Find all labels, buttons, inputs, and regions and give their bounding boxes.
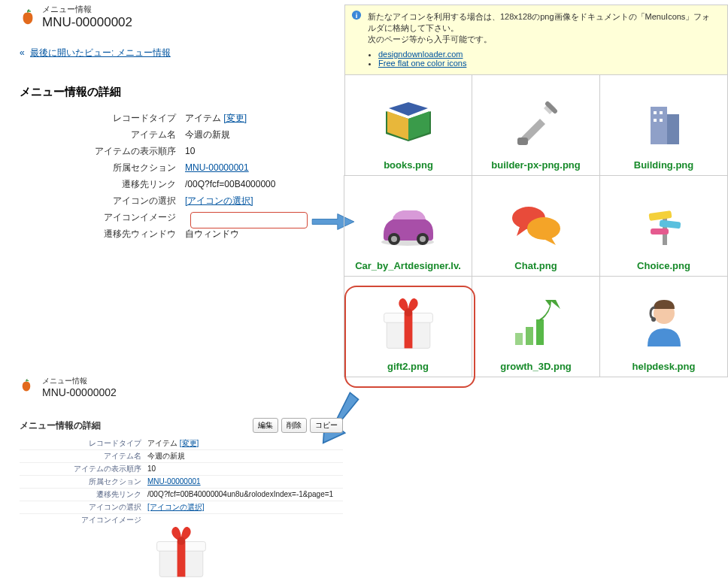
menu-info-label: メニュー情報 (42, 4, 132, 15)
change-link[interactable]: [変更] (180, 439, 199, 447)
delete-button[interactable]: 削除 (281, 418, 307, 433)
icon-label: books.png (384, 159, 433, 171)
builder-icon (502, 89, 570, 156)
icon-select-link[interactable]: [アイコンの選択] (147, 503, 205, 511)
record-type-value: アイテム [変更] (185, 110, 247, 126)
icon-label: Chat.png (514, 260, 557, 271)
apple-icon (20, 9, 36, 26)
link-value: /00Q?fcf=00B4000000 (185, 176, 275, 192)
building-icon (630, 89, 698, 156)
svg-rect-26 (515, 333, 523, 345)
svg-point-30 (651, 317, 656, 322)
window-label: 遷移先ウィンドウ (20, 225, 185, 242)
svg-rect-23 (648, 210, 672, 221)
svg-rect-10 (667, 114, 679, 144)
icon-cell-builder[interactable]: builder-px-png.png (472, 74, 600, 176)
breadcrumb-link[interactable]: 最後に開いたビュー: メニュー情報 (30, 47, 171, 58)
icon-select-label: アイコンの選択 (20, 501, 147, 513)
section-title: メニュー情報の詳細 (20, 419, 101, 432)
display-order-value: 10 (147, 463, 343, 475)
svg-rect-24 (659, 220, 681, 229)
icon-select-label: アイコンの選択 (20, 192, 185, 209)
info-text-2: 次のページ等から入手可能です。 (368, 34, 718, 45)
icon-label: gift2.png (387, 361, 429, 372)
icon-image-preview (147, 514, 343, 587)
icon-picker-panel: i 新たなアイコンを利用する場合は、128x128のpng画像をドキュメントの「… (344, 5, 728, 377)
svg-rect-12 (660, 111, 663, 114)
item-name-label: アイテム名 (20, 450, 147, 462)
section-title: メニュー情報の詳細 (20, 85, 343, 99)
svg-point-18 (391, 236, 397, 242)
svg-rect-9 (651, 107, 667, 144)
icon-cell-car[interactable]: Car_by_Artdesigner.lv. (344, 175, 472, 277)
icon-cell-choice[interactable]: Choice.png (599, 175, 728, 277)
icon-label: growth_3D.png (500, 361, 572, 372)
helpdesk-icon (630, 290, 698, 358)
icon-cell-chat[interactable]: Chat.png (472, 175, 600, 277)
edit-button[interactable]: 編集 (253, 418, 278, 433)
icon-image-label: アイコンイメージ (20, 514, 147, 587)
menu-info-label: メニュー情報 (42, 376, 117, 386)
display-order-label: アイテムの表示順序 (20, 143, 185, 159)
result-panel: メニュー情報 MNU-00000002 メニュー情報の詳細 編集 削除 コピー … (20, 376, 343, 587)
icon-select-highlight (190, 212, 308, 228)
svg-rect-14 (660, 119, 663, 122)
item-name-value: 今週の新規 (185, 126, 230, 143)
link-label: 遷移先リンク (20, 176, 185, 192)
section-label: 所属セクション (20, 476, 147, 488)
link-label: 遷移先リンク (20, 489, 147, 501)
svg-point-19 (420, 236, 426, 242)
menu-header: メニュー情報 MNU-00000002 (20, 4, 343, 30)
svg-rect-25 (651, 228, 669, 234)
choice-icon (630, 189, 698, 257)
books-icon (375, 89, 442, 156)
section-link[interactable]: MNU-00000001 (185, 162, 249, 173)
info-text-1: 新たなアイコンを利用する場合は、128x128のpng画像をドキュメントの「Me… (368, 11, 718, 34)
info-icon: i (351, 10, 362, 20)
section-label: 所属セクション (20, 159, 185, 176)
item-name-value: 今週の新規 (147, 450, 343, 462)
info-box: i 新たなアイコンを利用する場合は、128x128のpng画像をドキュメントの「… (344, 5, 728, 75)
icon-label: Car_by_Artdesigner.lv. (355, 260, 461, 271)
icon-cell-growth[interactable]: growth_3D.png (472, 276, 600, 377)
svg-text:i: i (356, 11, 358, 20)
apple-icon (20, 379, 36, 395)
icon-image-label: アイコンイメージ (20, 209, 185, 225)
icon-label: builder-px-png.png (491, 159, 580, 171)
record-type-label: レコードタイプ (20, 110, 185, 126)
svg-point-21 (527, 217, 560, 240)
menu-id: MNU-00000002 (42, 386, 117, 398)
icon-label: Building.png (634, 159, 693, 171)
svg-rect-11 (654, 111, 657, 114)
display-order-value: 10 (185, 143, 195, 159)
copy-button[interactable]: コピー (310, 418, 343, 433)
link-value: /00Q?fcf=00B40000004un8u&rolodexIndex=-1… (147, 489, 343, 501)
section-link[interactable]: MNU-00000001 (147, 477, 201, 486)
bottom-detail-table: レコードタイプ アイテム [変更] アイテム名 今週の新規 アイテムの表示順序 … (20, 437, 343, 587)
icon-cell-building[interactable]: Building.png (599, 74, 728, 176)
icon-cell-helpdesk[interactable]: helpdesk.png (599, 276, 728, 377)
icon-grid: books.png builder-px-png.png Building.pn… (344, 75, 728, 377)
menu-info-panel: メニュー情報 MNU-00000002 « 最後に開いたビュー: メニュー情報 … (20, 4, 343, 242)
svg-rect-27 (526, 327, 533, 345)
icon-cell-gift[interactable]: gift2.png (344, 276, 472, 377)
display-order-label: アイテムの表示順序 (20, 463, 147, 475)
growth-icon (502, 290, 570, 358)
icon-label: Choice.png (637, 260, 690, 271)
svg-rect-28 (536, 319, 544, 345)
menu-header-bottom: メニュー情報 MNU-00000002 (20, 376, 343, 398)
icon-select-link[interactable]: [アイコンの選択] (185, 195, 253, 206)
menu-id: MNU-00000002 (42, 15, 132, 30)
svg-rect-7 (517, 138, 528, 145)
change-link[interactable]: [変更] (223, 113, 247, 123)
info-link-2[interactable]: Free flat one color icons (378, 59, 466, 68)
svg-rect-13 (654, 119, 657, 122)
record-type-label: レコードタイプ (20, 437, 147, 449)
chat-icon (502, 189, 570, 257)
icon-cell-books[interactable]: books.png (344, 74, 472, 176)
car-icon (375, 189, 442, 257)
gift-icon (375, 290, 442, 358)
chevron-left-icon: « (20, 47, 25, 58)
breadcrumb[interactable]: « 最後に開いたビュー: メニュー情報 (20, 47, 343, 59)
info-link-1[interactable]: designdownloader.com (378, 50, 463, 59)
